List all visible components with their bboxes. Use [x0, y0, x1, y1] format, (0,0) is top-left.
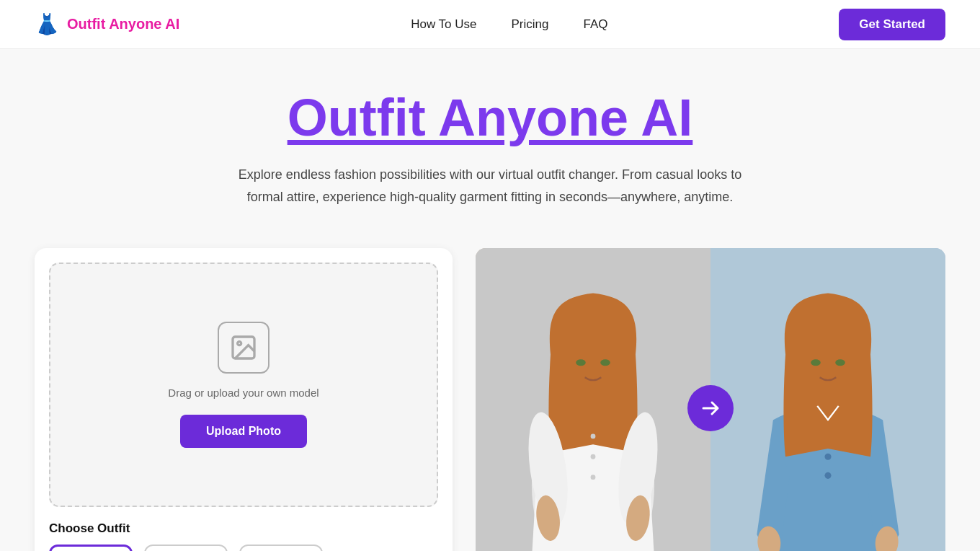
svg-point-27	[811, 360, 821, 366]
svg-point-1	[238, 342, 241, 345]
nav-links: How To Use Pricing FAQ	[411, 17, 607, 32]
navbar: 👗 Outfit Anyone AI How To Use Pricing FA…	[0, 0, 980, 49]
arrow-icon	[698, 395, 723, 421]
svg-point-15	[591, 454, 596, 459]
hero-title: Outfit Anyone AI	[288, 89, 693, 146]
nav-link-how-to-use[interactable]: How To Use	[411, 17, 476, 32]
svg-point-13	[600, 360, 610, 366]
get-started-button[interactable]: Get Started	[839, 9, 945, 40]
photo-before	[476, 248, 710, 551]
svg-point-14	[591, 434, 596, 439]
outfit-card-hoodie[interactable]: ⚡	[49, 545, 133, 551]
svg-point-25	[824, 454, 831, 460]
outfit-card-tshirt[interactable]: 👹	[144, 545, 228, 551]
upload-zone[interactable]: Drag or upload your own model Upload Pho…	[49, 263, 438, 507]
logo[interactable]: 👗 Outfit Anyone AI	[35, 12, 179, 36]
svg-point-12	[576, 360, 586, 366]
photo-after	[710, 248, 945, 551]
svg-point-28	[835, 360, 845, 366]
nav-link-pricing[interactable]: Pricing	[512, 17, 549, 32]
left-panel: Drag or upload your own model Upload Pho…	[35, 248, 453, 551]
upload-photo-button[interactable]: Upload Photo	[180, 415, 307, 448]
before-image-svg	[476, 248, 710, 551]
choose-outfit-label: Choose Outfit	[49, 521, 438, 536]
outfit-card-customize[interactable]: ＋ Customize	[239, 545, 323, 551]
logo-text: Outfit Anyone AI	[67, 16, 179, 32]
nav-link-faq[interactable]: FAQ	[583, 17, 607, 32]
before-after-panel	[476, 248, 945, 551]
svg-point-16	[591, 475, 596, 480]
logo-icon: 👗	[35, 12, 60, 36]
after-image-svg	[710, 248, 945, 551]
image-upload-icon	[218, 322, 270, 374]
image-icon-svg	[229, 333, 258, 362]
customize-card-inner: ＋ Customize	[241, 546, 321, 551]
outfit-options: ⚡ 👹 ＋ Customize	[49, 545, 438, 551]
transition-arrow	[687, 385, 734, 431]
main-content: Drag or upload your own model Upload Pho…	[0, 231, 980, 551]
hero-subtitle: Explore endless fashion possibilities wi…	[238, 164, 742, 208]
svg-point-26	[824, 472, 831, 479]
upload-hint-text: Drag or upload your own model	[168, 387, 318, 399]
hero-section: Outfit Anyone AI Explore endless fashion…	[0, 49, 980, 231]
